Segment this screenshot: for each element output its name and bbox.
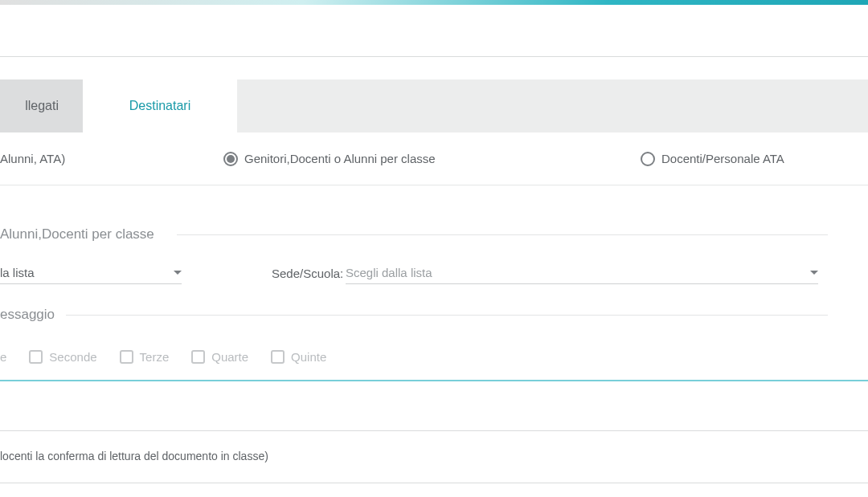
sede-label: Sede/Scuola: — [272, 267, 343, 280]
checkbox-icon — [271, 350, 285, 364]
chevron-down-icon — [810, 271, 818, 275]
checkbox-quarte-label: Quarte — [211, 350, 248, 364]
checkbox-seconde[interactable]: Seconde — [29, 350, 96, 364]
divider — [177, 234, 828, 235]
tab-destinatari-label: Destinatari — [129, 99, 190, 113]
checkbox-icon — [191, 350, 205, 364]
divider — [60, 315, 828, 316]
filter-row: la lista Sede/Scuola: Scegli dalla lista — [0, 262, 828, 284]
tab-allegati[interactable]: llegati — [0, 79, 83, 132]
tab-allegati-label: llegati — [25, 99, 59, 113]
filter-fieldset: Alunni,Docenti per classe la lista Sede/… — [0, 234, 828, 287]
divider — [0, 56, 868, 57]
recipient-type-radio-group: Alunni, ATA) Genitori,Docenti o Alunni p… — [0, 132, 868, 185]
divider-accent — [0, 380, 868, 381]
radio-off-icon — [641, 152, 655, 166]
checkbox-terze[interactable]: Terze — [120, 350, 170, 364]
checkbox-prime-label: e — [0, 350, 6, 364]
radio-per-classe-label: Genitori,Docenti o Alunni per classe — [244, 152, 436, 165]
checkbox-icon — [29, 350, 43, 364]
divider — [0, 483, 868, 483]
sede-placeholder: Scegli dalla lista — [346, 266, 804, 279]
grade-checkbox-row: e Seconde Terze Quarte Quinte — [0, 350, 326, 364]
checkbox-prime[interactable]: e — [0, 350, 6, 364]
tab-strip: llegati Destinatari — [0, 79, 868, 132]
chevron-down-icon — [174, 271, 182, 275]
checkbox-terze-label: Terze — [140, 350, 170, 364]
checkbox-seconde-label: Seconde — [49, 350, 96, 364]
radio-per-classe[interactable]: Genitori,Docenti o Alunni per classe — [223, 152, 436, 166]
filter-legend: Alunni,Docenti per classe — [0, 226, 166, 242]
checkbox-quinte[interactable]: Quinte — [271, 350, 326, 364]
divider — [0, 430, 868, 431]
radio-on-icon — [223, 152, 238, 166]
sede-select[interactable]: Scegli dalla lista — [346, 262, 818, 284]
filter-type-value: la lista — [0, 266, 167, 279]
filter-type-select[interactable]: la lista — [0, 262, 182, 284]
classes-fieldset: essaggio e Seconde Terze Quarte Quinte — [0, 315, 828, 379]
checkbox-icon — [120, 350, 133, 364]
checkbox-quarte[interactable]: Quarte — [191, 350, 248, 364]
radio-docenti-ata-label: Docenti/Personale ATA — [661, 152, 784, 165]
radio-all[interactable]: Alunni, ATA) — [0, 152, 65, 165]
checkbox-quinte-label: Quinte — [291, 350, 326, 364]
reading-confirmation-text: locenti la conferma di lettura del docum… — [0, 450, 268, 462]
tab-destinatari[interactable]: Destinatari — [83, 79, 237, 132]
radio-docenti-ata[interactable]: Docenti/Personale ATA — [641, 152, 784, 166]
top-gradient-bar — [0, 0, 868, 5]
classes-legend: essaggio — [0, 307, 66, 323]
radio-all-label: Alunni, ATA) — [0, 152, 65, 165]
